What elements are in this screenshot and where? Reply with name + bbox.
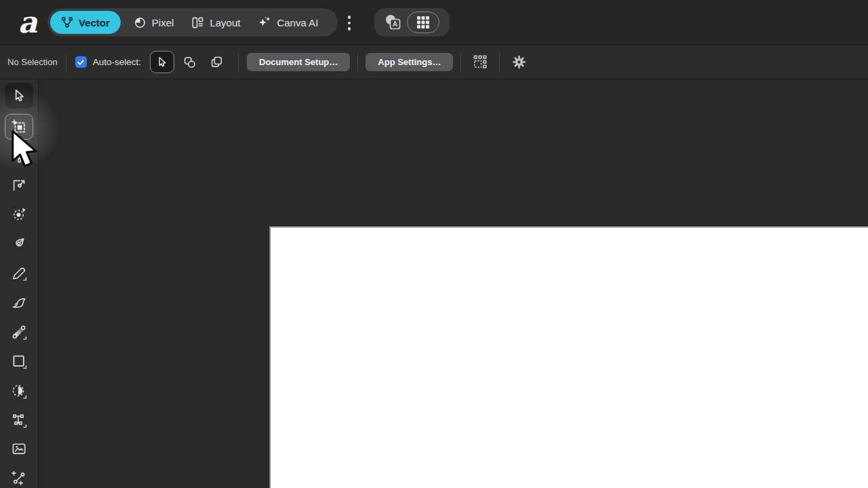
- check-icon: [77, 58, 85, 66]
- point-transform-icon: [10, 205, 28, 223]
- character-panel-button[interactable]: A: [382, 12, 403, 33]
- persona-vector-label: Vector: [79, 17, 110, 28]
- text-tool-button[interactable]: [5, 407, 33, 433]
- style-picker-icon: [10, 147, 28, 165]
- place-image-icon: [10, 440, 28, 458]
- pencil-icon: [10, 264, 28, 282]
- persona-overflow-menu-button[interactable]: [342, 13, 356, 33]
- rectangle-icon: [10, 352, 28, 370]
- snapping-grid-icon: [471, 54, 489, 71]
- persona-canva-ai[interactable]: Canva AI: [249, 11, 327, 34]
- place-image-tool-button[interactable]: [5, 436, 33, 462]
- fill-gradient-tool-button[interactable]: [5, 319, 33, 345]
- persona-switcher: Vector Pixel Layout: [47, 8, 338, 37]
- snapping-options-button[interactable]: [469, 52, 492, 73]
- canvas-area[interactable]: [39, 79, 868, 488]
- node-add-icon: [10, 469, 28, 487]
- gradient-fill-icon: [10, 323, 28, 341]
- persona-pixel[interactable]: Pixel: [125, 11, 183, 34]
- text-path-icon: [10, 411, 28, 429]
- move-tool-button[interactable]: [5, 83, 33, 108]
- app-grid-icon: [416, 16, 430, 29]
- duplicate-squares-icon: [210, 55, 224, 69]
- layout-pages-icon: [191, 16, 204, 29]
- pixel-circle-icon: [134, 16, 146, 29]
- divider: [357, 54, 358, 71]
- divider: [460, 54, 461, 71]
- pen-tool-button[interactable]: [5, 230, 33, 256]
- pencil-tool-button[interactable]: [5, 260, 33, 286]
- topbar-right-group: A: [374, 8, 450, 37]
- auto-select-checkbox[interactable]: [75, 56, 87, 68]
- settings-button[interactable]: [507, 52, 530, 73]
- node-tool-button[interactable]: [5, 171, 33, 197]
- divider: [238, 54, 239, 71]
- document-page[interactable]: [269, 226, 868, 488]
- vector-crop-tool-button[interactable]: [5, 378, 33, 404]
- artboard-icon: [10, 118, 28, 136]
- gear-icon: [511, 54, 527, 70]
- auto-select-mode-group: [150, 51, 229, 73]
- affinity-logo: a: [14, 5, 42, 39]
- vector-crop-icon: [10, 382, 28, 400]
- rectangle-tool-button[interactable]: [5, 348, 33, 374]
- point-transform-tool-button[interactable]: [5, 201, 33, 227]
- shapes-overlap-icon: [182, 55, 197, 69]
- kebab-vertical-icon: [348, 16, 351, 19]
- document-setup-button[interactable]: Document Setup…: [247, 53, 350, 71]
- app-settings-button[interactable]: App Settings…: [366, 53, 453, 71]
- auto-select-label: Auto-select:: [93, 57, 141, 67]
- node-tool-icon: [10, 176, 28, 193]
- persona-layout[interactable]: Layout: [182, 11, 249, 34]
- character-translate-icon: A: [384, 14, 402, 32]
- divider: [66, 54, 66, 71]
- divider: [499, 54, 500, 71]
- style-picker-tool-button[interactable]: [5, 143, 33, 169]
- persona-pixel-label: Pixel: [152, 17, 174, 28]
- select-shapes-mode-button[interactable]: [177, 51, 201, 73]
- artboard-tool-button[interactable]: [5, 114, 33, 140]
- vector-nodes-icon: [61, 16, 73, 28]
- cursor-arrow-icon: [155, 56, 169, 69]
- sparkles-icon: [258, 16, 271, 29]
- svg-text:A: A: [392, 20, 397, 28]
- selection-status-label: No Selection: [7, 57, 58, 67]
- app-grid-button[interactable]: [407, 12, 439, 33]
- vector-brush-icon: [10, 293, 28, 311]
- node-add-tool-button[interactable]: [5, 465, 33, 488]
- pen-nib-icon: [10, 235, 28, 252]
- select-duplicate-mode-button[interactable]: [204, 51, 229, 73]
- persona-canva-ai-label: Canva AI: [277, 17, 318, 28]
- vector-brush-tool-button[interactable]: [5, 289, 33, 315]
- tools-panel: [0, 79, 39, 488]
- select-object-mode-button[interactable]: [150, 51, 174, 73]
- persona-layout-label: Layout: [210, 17, 240, 28]
- top-persona-bar: a Vector Pixel: [0, 0, 868, 45]
- persona-vector[interactable]: Vector: [50, 11, 121, 34]
- move-cursor-icon: [10, 87, 28, 104]
- context-toolbar: No Selection Auto-select: Document Setup…: [0, 45, 868, 79]
